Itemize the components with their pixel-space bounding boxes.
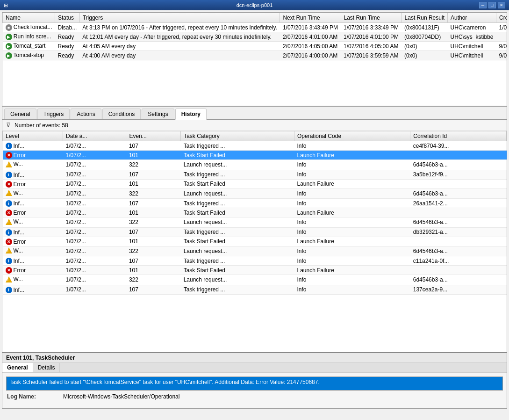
title-icon: ⊞ <box>4 2 8 8</box>
event-row[interactable]: iInf...1/07/2...107Task triggered ...Inf… <box>3 199 507 208</box>
main-window: Name Status Triggers Next Run Time Last … <box>2 12 507 409</box>
event-row[interactable]: iInf...1/07/2...107Task triggered ...Inf… <box>3 227 507 237</box>
event-row[interactable]: W...1/07/2...322Launch request...Info6d4… <box>3 217 507 228</box>
tab-triggers[interactable]: Triggers <box>37 109 70 119</box>
event-count: Number of events: 58 <box>14 122 68 129</box>
event-level-cell: ✕Error <box>6 152 26 159</box>
event-row[interactable]: iInf...1/07/2...107Task triggered ...Inf… <box>3 256 507 266</box>
filter-icon[interactable]: ⊽ <box>6 122 11 129</box>
event-level: W... <box>3 217 63 228</box>
task-table: Name Status Triggers Next Run Time Last … <box>2 13 507 60</box>
event-corrid: db329321-a... <box>410 227 507 237</box>
event-level: ✕Error <box>3 151 63 160</box>
col-correid[interactable]: Correlation Id <box>410 131 507 141</box>
event-table-header: Level Date a... Even... Task Category Op… <box>3 131 507 141</box>
event-opcode: Info <box>294 246 410 256</box>
col-last-run[interactable]: Last Run Time <box>341 13 401 23</box>
close-button[interactable]: ✕ <box>498 2 505 8</box>
col-name[interactable]: Name <box>3 13 55 23</box>
col-category[interactable]: Task Category <box>181 131 294 141</box>
detail-tab-bar: General Details <box>2 363 507 373</box>
event-date: 1/07/2... <box>63 160 126 170</box>
ready-icon: ▶ <box>6 52 12 59</box>
col-opcode[interactable]: Operational Code <box>294 131 410 141</box>
task-row[interactable]: ▶ Tomcat-stopReadyAt 4:00 AM every day2/… <box>3 51 507 60</box>
tab-conditions[interactable]: Conditions <box>102 109 141 119</box>
event-corrid: 3a5be12f-f9... <box>410 170 507 179</box>
task-last-result: (0x0) <box>401 42 447 51</box>
event-row[interactable]: ✕Error1/07/2...101Task Start FailedLaunc… <box>3 151 507 160</box>
col-status[interactable]: Status <box>55 13 80 23</box>
event-row[interactable]: W...1/07/2...322Launch request...Info6d4… <box>3 246 507 256</box>
tab-history[interactable]: History <box>175 109 207 120</box>
event-id: 101 <box>126 266 181 275</box>
warning-icon <box>6 247 12 253</box>
detail-message[interactable]: Task Scheduler failed to start "\CheckTo… <box>6 377 503 391</box>
info-icon: i <box>6 143 12 149</box>
event-row[interactable]: ✕Error1/07/2...101Task Start FailedLaunc… <box>3 266 507 275</box>
task-author: UHC\cameron <box>447 23 496 32</box>
tab-actions[interactable]: Actions <box>71 109 101 119</box>
error-icon: ✕ <box>6 239 12 245</box>
event-category: Launch request... <box>181 188 294 199</box>
event-row[interactable]: iInf...1/07/2...107Task triggered ...Inf… <box>3 141 507 151</box>
event-date: 1/07/2... <box>63 170 126 179</box>
task-row[interactable]: ■ CheckTomcat...Disab...At 3:13 PM on 1/… <box>3 23 507 32</box>
maximize-button[interactable]: □ <box>488 2 496 8</box>
event-row[interactable]: ✕Error1/07/2...101Task Start FailedLaunc… <box>3 208 507 217</box>
event-level: iInf... <box>3 199 63 208</box>
col-date[interactable]: Date a... <box>63 131 126 141</box>
event-corrid: 137cea2a-9... <box>410 285 507 294</box>
task-last-result: (0x8004131F) <box>401 23 447 32</box>
col-created[interactable]: Created <box>496 13 507 23</box>
event-opcode: Launch Failure <box>294 266 410 275</box>
task-last-run: 1/07/2016 4:01:00 PM <box>341 32 401 42</box>
col-author[interactable]: Author <box>447 13 496 23</box>
level-text: Error <box>14 181 26 188</box>
minimize-button[interactable]: ─ <box>479 2 487 8</box>
col-last-result[interactable]: Last Run Result <box>401 13 447 23</box>
task-triggers: At 3:13 PM on 1/07/2016 - After triggere… <box>79 23 280 32</box>
event-corrid <box>410 151 507 160</box>
title-bar: ⊞ dcn-eclips-p001 ─ □ ✕ <box>0 0 509 10</box>
task-row[interactable]: ▶ Run info scre...ReadyAt 12:01 AM every… <box>3 32 507 42</box>
event-id: 107 <box>126 285 181 294</box>
col-triggers[interactable]: Triggers <box>79 13 280 23</box>
tab-settings[interactable]: Settings <box>142 109 174 119</box>
event-category: Launch request... <box>181 217 294 228</box>
event-id: 107 <box>126 199 181 208</box>
col-next-run[interactable]: Next Run Time <box>280 13 341 23</box>
event-level: ✕Error <box>3 266 63 275</box>
tab-general[interactable]: General <box>4 109 36 119</box>
event-row[interactable]: W...1/07/2...322Launch request...Info6d4… <box>3 188 507 199</box>
event-date: 1/07/2... <box>63 151 126 160</box>
event-row[interactable]: W...1/07/2...322Launch request...Info6d4… <box>3 160 507 170</box>
event-log-table-wrapper[interactable]: Level Date a... Even... Task Category Op… <box>2 131 507 352</box>
task-created: 9/05/2016 8:39:10 <box>496 42 507 51</box>
task-created: 1/07/2016 3:16:18 <box>496 23 507 32</box>
event-id: 107 <box>126 227 181 237</box>
detail-content: Task Scheduler failed to start "\CheckTo… <box>2 373 507 403</box>
event-opcode: Info <box>294 199 410 208</box>
event-level: iInf... <box>3 227 63 237</box>
task-triggers: At 4:00 AM every day <box>79 51 280 60</box>
event-row[interactable]: ✕Error1/07/2...101Task Start FailedLaunc… <box>3 237 507 246</box>
event-row[interactable]: ✕Error1/07/2...101Task Start FailedLaunc… <box>3 179 507 188</box>
task-status: Ready <box>55 51 80 60</box>
level-text: W... <box>14 190 23 196</box>
event-row[interactable]: iInf...1/07/2...107Task triggered ...Inf… <box>3 285 507 294</box>
event-opcode: Info <box>294 217 410 228</box>
detail-tab-general[interactable]: General <box>2 363 33 372</box>
warning-icon <box>6 190 12 196</box>
col-event[interactable]: Even... <box>126 131 181 141</box>
task-row[interactable]: ▶ Tomcat_startReadyAt 4:05 AM every day2… <box>3 42 507 51</box>
event-category: Task triggered ... <box>181 199 294 208</box>
level-text: Error <box>14 210 26 216</box>
event-row[interactable]: iInf...1/07/2...107Task triggered ...Inf… <box>3 170 507 179</box>
detail-tab-details[interactable]: Details <box>33 363 60 372</box>
event-row[interactable]: W...1/07/2...322Launch request...Info6d4… <box>3 275 507 285</box>
col-level[interactable]: Level <box>3 131 63 141</box>
event-level-cell: ✕Error <box>6 181 26 188</box>
warning-icon <box>6 219 12 225</box>
level-text: W... <box>14 161 23 167</box>
